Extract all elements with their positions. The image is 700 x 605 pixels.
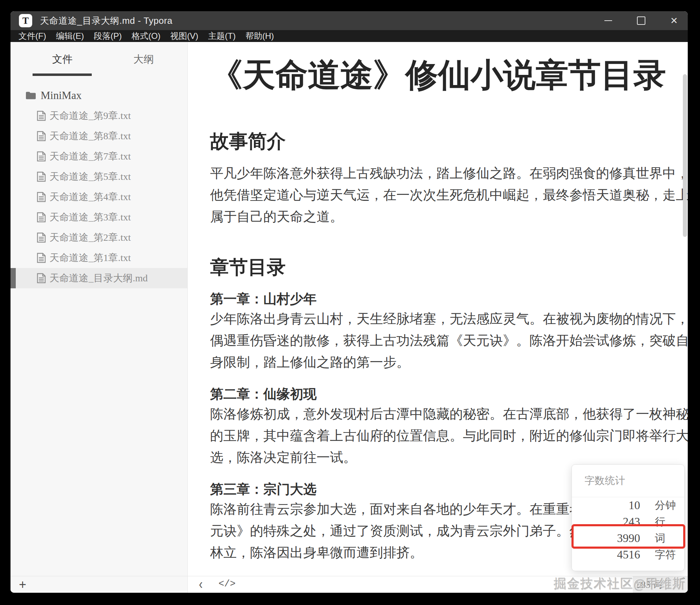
source-code-mode-icon[interactable]: </> — [219, 579, 236, 589]
paragraph-line: 平凡少年陈洛意外获得上古残缺功法，踏上修仙之路。在弱肉强食的修真世界中， — [210, 162, 676, 184]
chapter-title: 第二章：仙缘初现 — [210, 385, 676, 403]
word-count-unit: 行 — [655, 515, 684, 529]
file-name: 天命道途_第9章.txt — [49, 109, 131, 122]
typora-app-icon: T — [19, 14, 32, 27]
word-count-label: 983 词 — [636, 578, 662, 591]
document-icon — [37, 151, 46, 162]
word-count-row: 243 行 — [572, 514, 684, 530]
close-button[interactable]: ✕ — [668, 15, 680, 27]
file-row[interactable]: 天命道途_第3章.txt — [11, 207, 187, 227]
document-icon — [37, 273, 46, 283]
sidebar-folder-row[interactable]: MiniMax — [11, 85, 187, 106]
file-name: 天命道途_第7章.txt — [49, 150, 131, 163]
file-name: 天命道途_第4章.txt — [49, 190, 131, 204]
menu-item[interactable]: 主题(T) — [208, 30, 236, 42]
file-row[interactable]: 天命道途_第9章.txt — [11, 106, 187, 126]
word-count-status[interactable]: 983 词 ˆ — [633, 576, 688, 593]
paragraph-line: 偶遇重伤昏迷的散修，获得上古功法残篇《天元诀》。陈洛开始尝试修炼，突破自 — [210, 330, 676, 351]
tab-outline[interactable]: 大纲 — [114, 52, 173, 66]
word-count-popup-title: 字数统计 — [572, 465, 684, 488]
sidebar: 文件 大纲 MiniMax 天 — [11, 42, 188, 576]
word-count-value: 4516 — [582, 548, 640, 561]
sidebar-footer: + — [11, 576, 188, 593]
back-icon[interactable]: ‹ — [199, 576, 203, 592]
chapter-summary: 少年陈洛出身青云山村，天生经脉堵塞，无法感应灵气。在被视为废物的情况下，偶遇重伤… — [210, 308, 676, 373]
window-title: 天命道途_目录大纲.md - Typora — [40, 15, 172, 27]
word-count-unit: 字符 — [655, 548, 684, 562]
app-icon-letter: T — [22, 15, 29, 26]
window-controls: ✕ — [602, 11, 680, 30]
menu-item[interactable]: 帮助(H) — [245, 30, 274, 42]
menu-item[interactable]: 文件(F) — [19, 30, 46, 42]
story-intro-heading: 故事简介 — [210, 130, 676, 152]
word-count-row: 10 分钟 — [572, 497, 684, 514]
file-name: 天命道途_第1章.txt — [49, 251, 131, 265]
vertical-scrollbar-thumb[interactable] — [683, 74, 687, 237]
file-row[interactable]: 天命道途_第8章.txt — [11, 126, 187, 146]
document-icon — [37, 192, 46, 202]
sidebar-file-list: 天命道途_第9章.txt 天命道途_第8章.txt 天命道途_第7章.txt — [11, 106, 187, 288]
folder-name: MiniMax — [41, 89, 82, 102]
folder-icon — [26, 91, 36, 100]
close-icon: ✕ — [670, 16, 678, 25]
word-count-row: 4516 字符 — [572, 547, 684, 563]
word-count-rows: 10 分钟 243 行 3990 词 4516 字符 — [572, 497, 684, 563]
paragraph-line: 陈洛修炼初成，意外发现村后古潭中隐藏的秘密。在古潭底部，他获得了一枚神秘 — [210, 403, 676, 425]
word-count-value: 10 — [582, 499, 640, 512]
tab-files[interactable]: 文件 — [33, 52, 92, 66]
chapter-block: 第一章：山村少年 少年陈洛出身青云山村，天生经脉堵塞，无法感应灵气。在被视为废物… — [210, 290, 676, 373]
status-bar: + ‹ </> 983 词 ˆ — [11, 576, 688, 593]
menu-item[interactable]: 视图(V) — [170, 30, 198, 42]
desktop-background: T 天命道途_目录大纲.md - Typora ✕ 文件(F)编辑(E)段落(P… — [0, 0, 700, 605]
typora-window: T 天命道途_目录大纲.md - Typora ✕ 文件(F)编辑(E)段落(P… — [11, 11, 688, 593]
word-count-row: 3990 词 — [572, 530, 684, 547]
menu-bar: 文件(F)编辑(E)段落(P)格式(O)视图(V)主题(T)帮助(H) — [11, 30, 688, 42]
maximize-icon — [637, 16, 645, 25]
minimize-icon — [604, 20, 612, 21]
file-row[interactable]: 天命道途_第2章.txt — [11, 227, 187, 248]
story-intro-paragraph: 平凡少年陈洛意外获得上古残缺功法，踏上修仙之路。在弱肉强食的修真世界中，他凭借坚… — [210, 162, 676, 227]
document-icon — [37, 111, 46, 121]
file-row[interactable]: 天命道途_目录大纲.md — [11, 268, 187, 288]
caret-up-icon: ˆ — [682, 576, 685, 587]
document-icon — [37, 131, 46, 141]
document-icon — [37, 232, 46, 243]
menu-item[interactable]: 格式(O) — [132, 30, 161, 42]
file-row[interactable]: 天命道途_第5章.txt — [11, 167, 187, 187]
chapter-block: 第二章：仙缘初现 陈洛修炼初成，意外发现村后古潭中隐藏的秘密。在古潭底部，他获得… — [210, 385, 676, 468]
word-count-unit: 分钟 — [655, 498, 684, 513]
status-bar-main: ‹ </> 983 词 ˆ — [188, 576, 688, 593]
word-count-popup: 字数统计 10 分钟 243 行 3990 词 4516 字符 — [571, 464, 685, 571]
chapter-summary: 陈洛修炼初成，意外发现村后古潭中隐藏的秘密。在古潭底部，他获得了一枚神秘的玉牌，… — [210, 403, 676, 468]
file-name: 天命道途_第8章.txt — [49, 129, 131, 143]
word-count-unit: 词 — [655, 531, 684, 546]
chapter-title: 第一章：山村少年 — [210, 290, 676, 308]
file-row[interactable]: 天命道途_第7章.txt — [11, 146, 187, 167]
maximize-button[interactable] — [635, 15, 647, 27]
paragraph-line: 属于自己的天命之道。 — [210, 206, 676, 227]
file-name: 天命道途_第3章.txt — [49, 211, 131, 224]
new-file-button[interactable]: + — [19, 578, 26, 591]
file-name: 天命道途_目录大纲.md — [49, 272, 148, 285]
paragraph-line: 的玉牌，其中蕴含着上古仙府的位置信息。与此同时，附近的修仙宗门即将举行大 — [210, 425, 676, 446]
document-title: 《天命道途》修仙小说章节目录 — [210, 55, 676, 95]
document-icon — [37, 212, 46, 223]
paragraph-line: 身限制，踏上修仙之路的第一步。 — [210, 351, 676, 373]
file-row[interactable]: 天命道途_第1章.txt — [11, 248, 187, 268]
title-bar: T 天命道途_目录大纲.md - Typora ✕ — [11, 11, 688, 30]
word-count-value: 3990 — [582, 532, 640, 545]
file-name: 天命道途_第5章.txt — [49, 170, 131, 183]
word-count-value: 243 — [582, 515, 640, 528]
menu-item[interactable]: 段落(P) — [94, 30, 122, 42]
sidebar-tabs: 文件 大纲 — [11, 42, 187, 76]
document-icon — [37, 171, 46, 182]
chapter-catalog-heading: 章节目录 — [210, 256, 676, 278]
file-row[interactable]: 天命道途_第4章.txt — [11, 187, 187, 207]
paragraph-line: 他凭借坚定道心与逆天气运，在一次次生死危机中崛起，最终参悟天道奥秘，走上 — [210, 184, 676, 206]
paragraph-line: 少年陈洛出身青云山村，天生经脉堵塞，无法感应灵气。在被视为废物的情况下， — [210, 308, 676, 330]
document-icon — [37, 253, 46, 263]
menu-item[interactable]: 编辑(E) — [56, 30, 84, 42]
active-tab-underline — [33, 73, 92, 76]
minimize-button[interactable] — [602, 15, 614, 27]
file-name: 天命道途_第2章.txt — [49, 231, 131, 244]
